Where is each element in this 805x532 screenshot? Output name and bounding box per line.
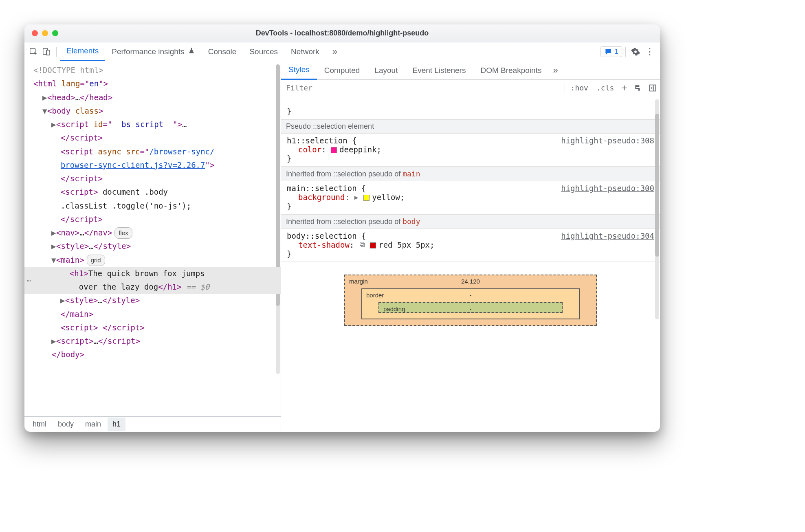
script-tag[interactable]: script <box>61 336 89 345</box>
row-actions-icon[interactable]: ⋯ <box>24 267 33 295</box>
cls-toggle[interactable]: .cls <box>592 84 618 92</box>
device-toggle-icon[interactable] <box>40 47 53 56</box>
tab-styles[interactable]: Styles <box>281 61 317 80</box>
rule-selector: body::selection { <box>287 231 366 240</box>
grid-badge[interactable]: grid <box>87 255 105 266</box>
script-tag[interactable]: script <box>65 323 93 332</box>
tab-elements[interactable]: Elements <box>60 42 105 61</box>
settings-icon[interactable] <box>629 47 642 56</box>
svg-rect-5 <box>360 242 363 246</box>
dom-tree[interactable]: <!DOCTYPE html> <html lang="en"> ▶<head>… <box>24 61 281 416</box>
script-src-link[interactable]: /browser-sync/ <box>149 147 214 156</box>
rule-source-link[interactable]: highlight-pseudo:304 <box>561 231 654 240</box>
doctype: <!DOCTYPE html> <box>33 66 103 75</box>
style-tag[interactable]: style <box>61 242 84 251</box>
scrollbar[interactable] <box>276 64 280 374</box>
rule-source-link[interactable]: highlight-pseudo:300 <box>561 184 654 193</box>
box-model-padding[interactable]: padding - <box>378 302 563 313</box>
css-value[interactable]: red 5px 5px <box>378 240 430 249</box>
rule-main-selection[interactable]: highlight-pseudo:300 main::selection { b… <box>281 181 660 214</box>
flex-badge[interactable]: flex <box>114 227 132 239</box>
tab-computed[interactable]: Computed <box>317 61 367 80</box>
html-tag[interactable]: html <box>38 79 57 88</box>
border-label: border <box>366 292 384 299</box>
styles-filter-input[interactable] <box>281 80 563 96</box>
eq-dollar-zero: == $0 <box>181 282 209 291</box>
script-src-link[interactable]: browser-sync-client.js?v=2.26.7 <box>61 160 205 169</box>
styles-pane[interactable]: } Pseudo ::selection element highlight-p… <box>281 96 660 432</box>
css-value[interactable]: yellow <box>372 193 400 202</box>
pseudo-selection-header: Pseudo ::selection element <box>281 119 660 134</box>
devtools-window: DevTools - localhost:8080/demo/highlight… <box>24 24 660 432</box>
scrollbar[interactable] <box>655 99 659 319</box>
crumb-body[interactable]: body <box>53 418 79 431</box>
inspect-icon[interactable] <box>27 47 40 56</box>
hov-toggle[interactable]: :hov <box>567 84 592 92</box>
svg-rect-6 <box>361 243 364 246</box>
script-tag[interactable]: script <box>61 120 89 129</box>
ancestor-link-main[interactable]: main <box>402 169 420 178</box>
css-value[interactable]: deeppink <box>339 145 377 154</box>
box-model[interactable]: margin 24.120 border - padding - <box>344 275 597 326</box>
body-tag[interactable]: body <box>52 106 70 115</box>
tab-sources-label: Sources <box>249 47 278 56</box>
tab-event-listeners[interactable]: Event Listeners <box>405 61 473 80</box>
head-tag[interactable]: head <box>52 93 70 102</box>
rule-body-selection[interactable]: highlight-pseudo:304 body::selection { t… <box>281 229 660 262</box>
shadow-editor-icon[interactable] <box>359 240 365 249</box>
computed-panel-toggle-icon[interactable] <box>645 84 660 92</box>
css-prop[interactable]: text-shadow <box>298 240 350 249</box>
sidebar-tabs: Styles Computed Layout Event Listeners D… <box>281 61 660 80</box>
color-swatch[interactable] <box>363 195 370 201</box>
styles-filter-bar: :hov .cls + <box>281 80 660 96</box>
color-swatch[interactable] <box>370 242 376 248</box>
messages-badge[interactable]: 1 <box>600 46 622 57</box>
tabs-overflow-icon[interactable]: » <box>549 65 562 76</box>
tab-perf-label: Performance insights <box>112 47 184 56</box>
inherited-main-header: Inherited from ::selection pseudo of mai… <box>281 167 660 181</box>
box-model-margin[interactable]: margin 24.120 border - padding - <box>344 275 597 326</box>
tab-layout[interactable]: Layout <box>367 61 405 80</box>
scrollbar-thumb[interactable] <box>655 114 659 257</box>
tab-console-label: Console <box>208 47 237 56</box>
tabs-overflow-icon[interactable]: » <box>326 42 344 61</box>
tab-network[interactable]: Network <box>284 42 326 61</box>
padding-label: padding <box>383 306 405 312</box>
tab-dom-breakpoints[interactable]: DOM Breakpoints <box>473 61 549 80</box>
tab-sources[interactable]: Sources <box>243 42 284 61</box>
messages-count: 1 <box>615 48 618 56</box>
separator <box>56 47 57 57</box>
crumb-main[interactable]: main <box>80 418 106 431</box>
script-tag[interactable]: script <box>65 187 93 196</box>
rule-source-link[interactable]: highlight-pseudo:308 <box>561 136 654 145</box>
color-swatch[interactable] <box>331 147 337 153</box>
flask-icon <box>188 47 195 56</box>
rule-close-brace: } <box>287 107 291 116</box>
box-model-border[interactable]: border - padding - <box>361 288 580 319</box>
paint-icon[interactable] <box>631 84 645 92</box>
selected-element[interactable]: <h1>The quick brown fox jumps <box>24 267 281 280</box>
padding-top-value[interactable]: - <box>470 306 472 312</box>
svg-rect-2 <box>46 50 50 55</box>
tab-console[interactable]: Console <box>202 42 243 61</box>
main-tag[interactable]: main <box>61 255 79 264</box>
breadcrumb: html body main h1 <box>24 416 281 432</box>
expand-shorthand-icon[interactable]: ▶ <box>354 193 359 201</box>
tab-performance-insights[interactable]: Performance insights <box>105 42 201 61</box>
script-tag[interactable]: script <box>65 147 93 156</box>
crumb-h1[interactable]: h1 <box>108 418 125 431</box>
nav-tag[interactable]: nav <box>61 228 75 237</box>
kebab-menu-icon[interactable]: ⋮ <box>642 46 658 57</box>
rule-h1-selection[interactable]: highlight-pseudo:308 h1::selection { col… <box>281 134 660 167</box>
tab-network-label: Network <box>291 47 319 56</box>
border-top-value[interactable]: - <box>470 292 472 299</box>
ancestor-link-body[interactable]: body <box>402 217 420 226</box>
truncated-rule <box>281 96 660 107</box>
new-style-rule-icon[interactable]: + <box>618 82 631 94</box>
crumb-html[interactable]: html <box>28 418 51 431</box>
css-prop[interactable]: color <box>298 145 321 154</box>
css-prop[interactable]: background <box>298 193 345 202</box>
margin-top-value[interactable]: 24.120 <box>461 278 480 285</box>
rule-selector: h1::selection { <box>287 136 357 145</box>
style-tag[interactable]: style <box>70 296 93 305</box>
